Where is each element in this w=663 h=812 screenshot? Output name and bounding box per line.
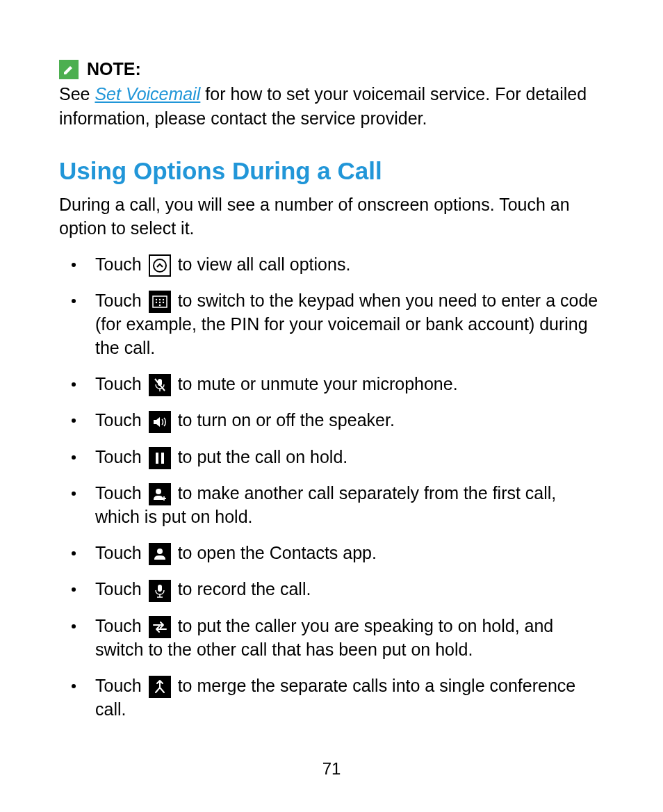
merge-call-icon xyxy=(149,676,171,698)
page-number: 71 xyxy=(322,759,341,779)
swap-call-icon xyxy=(149,616,171,638)
list-item: Touch to put the caller you are speaking… xyxy=(59,615,604,662)
bullet-icon xyxy=(72,455,76,460)
hold-icon xyxy=(149,447,171,469)
list-item: Touch to turn on or off the speaker. xyxy=(59,409,604,432)
svg-rect-18 xyxy=(158,585,162,592)
svg-point-7 xyxy=(162,302,163,303)
svg-point-17 xyxy=(157,549,163,554)
item-prefix: Touch xyxy=(95,447,147,466)
item-suffix: to turn on or off the speaker. xyxy=(178,410,395,430)
list-item: Touch to make another call separately fr… xyxy=(59,482,604,529)
mute-mic-icon xyxy=(149,374,171,396)
svg-point-6 xyxy=(158,302,160,303)
note-text: See Set Voicemail for how to set your vo… xyxy=(59,82,604,131)
add-call-icon xyxy=(149,483,171,505)
list-item: Touch to put the call on hold. xyxy=(59,446,604,469)
svg-point-14 xyxy=(156,489,161,494)
item-prefix: Touch xyxy=(95,543,147,562)
list-item: Touch to record the call. xyxy=(59,578,604,601)
page-heading: Using Options During a Call xyxy=(59,157,604,185)
item-suffix: to open the Contacts app. xyxy=(178,543,377,562)
item-prefix: Touch xyxy=(95,291,147,310)
svg-point-8 xyxy=(158,304,160,306)
intro-text: During a call, you will see a number of … xyxy=(59,193,604,241)
keypad-icon xyxy=(149,291,171,313)
bullet-icon xyxy=(72,587,76,592)
svg-point-0 xyxy=(154,259,166,272)
bullet-icon xyxy=(72,492,76,496)
speaker-icon xyxy=(149,411,171,433)
bullet-icon xyxy=(72,263,76,267)
options-list: Touch to view all call options. Touch to… xyxy=(59,253,604,722)
bullet-icon xyxy=(72,551,76,555)
item-prefix: Touch xyxy=(95,616,147,635)
item-prefix: Touch xyxy=(95,254,147,274)
svg-rect-13 xyxy=(161,453,164,464)
expand-up-icon xyxy=(149,254,171,277)
bullet-icon xyxy=(72,419,76,423)
pencil-note-icon xyxy=(59,60,79,79)
svg-point-2 xyxy=(155,299,156,300)
bullet-icon xyxy=(72,684,76,688)
set-voicemail-link[interactable]: Set Voicemail xyxy=(95,84,200,104)
svg-rect-12 xyxy=(156,453,158,464)
item-suffix: to put the call on hold. xyxy=(178,447,348,466)
note-text-before: See xyxy=(59,84,95,104)
list-item: Touch to merge the separate calls into a… xyxy=(59,674,604,722)
item-suffix: to record the call. xyxy=(178,579,311,599)
bullet-icon xyxy=(72,624,76,628)
note-header: NOTE: xyxy=(59,59,604,79)
bullet-icon xyxy=(72,299,76,303)
item-suffix: to mute or unmute your microphone. xyxy=(178,374,458,393)
item-prefix: Touch xyxy=(95,579,147,599)
contacts-icon xyxy=(149,543,171,565)
item-prefix: Touch xyxy=(95,410,147,430)
list-item: Touch to switch to the keypad when you n… xyxy=(59,289,604,360)
list-item: Touch to mute or unmute your microphone. xyxy=(59,373,604,396)
item-prefix: Touch xyxy=(95,676,147,695)
note-label: NOTE: xyxy=(87,59,141,79)
record-mic-icon xyxy=(149,580,171,602)
list-item: Touch to view all call options. xyxy=(59,253,604,277)
item-prefix: Touch xyxy=(95,374,147,393)
item-prefix: Touch xyxy=(95,483,147,503)
item-suffix: to view all call options. xyxy=(178,254,351,274)
svg-point-4 xyxy=(162,299,163,300)
bullet-icon xyxy=(72,382,76,387)
svg-point-3 xyxy=(158,299,160,300)
svg-point-5 xyxy=(155,302,156,303)
list-item: Touch to open the Contacts app. xyxy=(59,542,604,565)
